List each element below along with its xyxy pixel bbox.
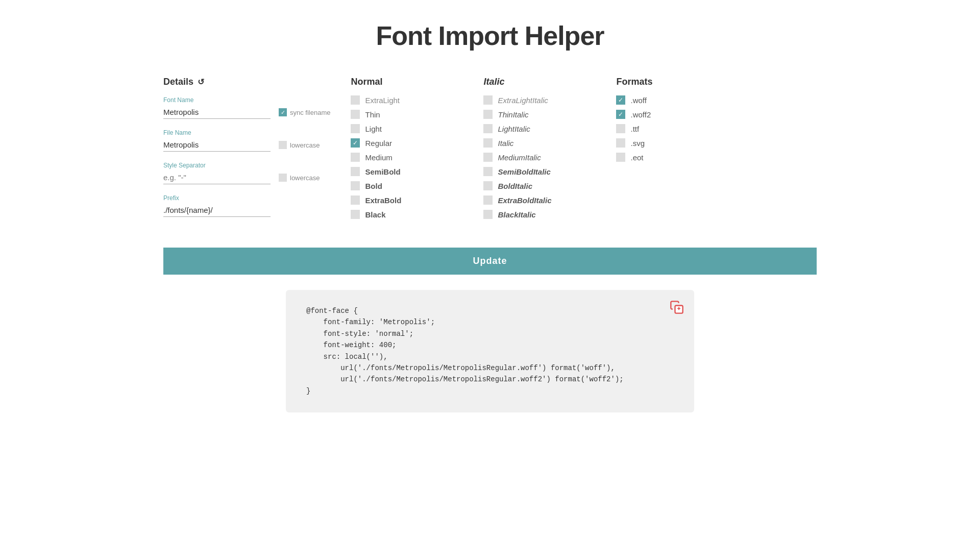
medium-italic-checkbox[interactable] <box>483 153 493 162</box>
black-italic-checkbox[interactable] <box>483 210 493 219</box>
regular-italic-label: Italic <box>498 139 513 148</box>
medium-label: Medium <box>365 153 392 162</box>
sync-filename-checkbox[interactable] <box>279 108 287 116</box>
style-separator-input[interactable] <box>163 171 271 184</box>
svg-checkbox[interactable] <box>616 138 625 148</box>
woff2-checkbox[interactable] <box>616 110 625 119</box>
regular-checkbox[interactable] <box>351 138 360 148</box>
bold-checkbox[interactable] <box>351 181 360 190</box>
italic-item-medium: MediumItalic <box>483 153 585 162</box>
semibold-italic-checkbox[interactable] <box>483 167 493 176</box>
sync-filename-label: sync filename <box>290 109 330 116</box>
file-lowercase-row: lowercase <box>279 141 320 149</box>
main-content: Details ↺ Font Name sync filename File N… <box>133 77 847 412</box>
italic-item-semibold: SemiBoldItalic <box>483 167 585 176</box>
update-label: Update <box>473 256 507 266</box>
thin-checkbox[interactable] <box>351 110 360 119</box>
format-item-ttf: .ttf <box>616 124 693 133</box>
page-title: Font Import Helper <box>0 0 980 77</box>
bold-italic-label: BoldItalic <box>498 182 532 190</box>
refresh-icon[interactable]: ↺ <box>198 77 204 87</box>
style-separator-group: Style Separator lowercase <box>163 162 330 184</box>
extrabold-checkbox[interactable] <box>351 196 360 205</box>
details-title: Details <box>163 77 193 87</box>
medium-italic-label: MediumItalic <box>498 153 541 162</box>
semibold-checkbox[interactable] <box>351 167 360 176</box>
weight-item-black: Black <box>351 210 453 219</box>
bold-italic-checkbox[interactable] <box>483 181 493 190</box>
italic-item-extrabold: ExtraBoldItalic <box>483 196 585 205</box>
details-header: Details ↺ <box>163 77 330 87</box>
light-checkbox[interactable] <box>351 124 360 133</box>
extrabold-italic-label: ExtraBoldItalic <box>498 196 551 205</box>
font-name-input[interactable] <box>163 106 271 119</box>
code-output: @font-face { font-family: 'Metropolis'; … <box>306 305 674 397</box>
code-section: @font-face { font-family: 'Metropolis'; … <box>286 290 694 412</box>
file-lowercase-checkbox[interactable] <box>279 141 287 149</box>
format-item-eot: .eot <box>616 153 693 162</box>
style-lowercase-row: lowercase <box>279 174 320 182</box>
italic-column: Italic ExtraLightItalic ThinItalic Light… <box>483 77 585 224</box>
details-panel: Details ↺ Font Name sync filename File N… <box>163 77 330 227</box>
font-name-group: Font Name sync filename <box>163 96 330 119</box>
update-bar[interactable]: Update <box>163 248 817 275</box>
svg-label: .svg <box>630 139 645 148</box>
semibold-italic-label: SemiBoldItalic <box>498 167 550 176</box>
weight-item-light: Light <box>351 124 453 133</box>
file-name-group: File Name lowercase <box>163 129 330 152</box>
top-section: Details ↺ Font Name sync filename File N… <box>163 77 817 227</box>
eot-checkbox[interactable] <box>616 153 625 162</box>
black-label: Black <box>365 210 385 219</box>
woff-label: .woff <box>630 96 646 105</box>
ttf-checkbox[interactable] <box>616 124 625 133</box>
file-name-input[interactable] <box>163 138 271 152</box>
prefix-group: Prefix <box>163 194 330 217</box>
font-name-row: sync filename <box>163 106 330 119</box>
italic-item-thin: ThinItalic <box>483 110 585 119</box>
format-item-woff2: .woff2 <box>616 110 693 119</box>
light-italic-checkbox[interactable] <box>483 124 493 133</box>
weight-item-extrabold: ExtraBold <box>351 196 453 205</box>
eot-label: .eot <box>630 153 643 162</box>
woff-checkbox[interactable] <box>616 95 625 105</box>
style-lowercase-checkbox[interactable] <box>279 174 287 182</box>
weight-item-semibold: SemiBold <box>351 167 453 176</box>
regular-italic-checkbox[interactable] <box>483 138 493 148</box>
file-name-label: File Name <box>163 129 330 136</box>
weight-item-extralight: ExtraLight <box>351 95 453 105</box>
font-name-label: Font Name <box>163 96 330 104</box>
style-lowercase-label: lowercase <box>290 174 320 182</box>
black-italic-label: BlackItalic <box>498 210 535 219</box>
extrabold-italic-checkbox[interactable] <box>483 196 493 205</box>
copy-button[interactable] <box>668 298 686 320</box>
italic-item-black: BlackItalic <box>483 210 585 219</box>
prefix-input[interactable] <box>163 204 271 217</box>
italic-item-extralight: ExtraLightItalic <box>483 95 585 105</box>
file-name-row: lowercase <box>163 138 330 152</box>
thin-italic-checkbox[interactable] <box>483 110 493 119</box>
black-checkbox[interactable] <box>351 210 360 219</box>
style-separator-label: Style Separator <box>163 162 330 169</box>
bold-label: Bold <box>365 182 382 190</box>
light-italic-label: LightItalic <box>498 125 530 133</box>
file-lowercase-label: lowercase <box>290 141 320 149</box>
format-item-svg: .svg <box>616 138 693 148</box>
thin-label: Thin <box>365 110 380 119</box>
extralight-checkbox[interactable] <box>351 95 360 105</box>
weight-item-thin: Thin <box>351 110 453 119</box>
sync-checkbox-row: sync filename <box>279 108 330 116</box>
italic-item-bold: BoldItalic <box>483 181 585 190</box>
weight-item-bold: Bold <box>351 181 453 190</box>
normal-header: Normal <box>351 77 453 87</box>
italic-header: Italic <box>483 77 585 87</box>
style-separator-row: lowercase <box>163 171 330 184</box>
extralight-label: ExtraLight <box>365 96 400 105</box>
copy-icon <box>670 300 684 314</box>
weight-item-medium: Medium <box>351 153 453 162</box>
formats-column: Formats .woff .woff2 .ttf .svg <box>616 77 693 224</box>
extralight-italic-label: ExtraLightItalic <box>498 96 548 105</box>
extralight-italic-checkbox[interactable] <box>483 95 493 105</box>
medium-checkbox[interactable] <box>351 153 360 162</box>
weight-item-regular: Regular <box>351 138 453 148</box>
semibold-label: SemiBold <box>365 167 400 176</box>
